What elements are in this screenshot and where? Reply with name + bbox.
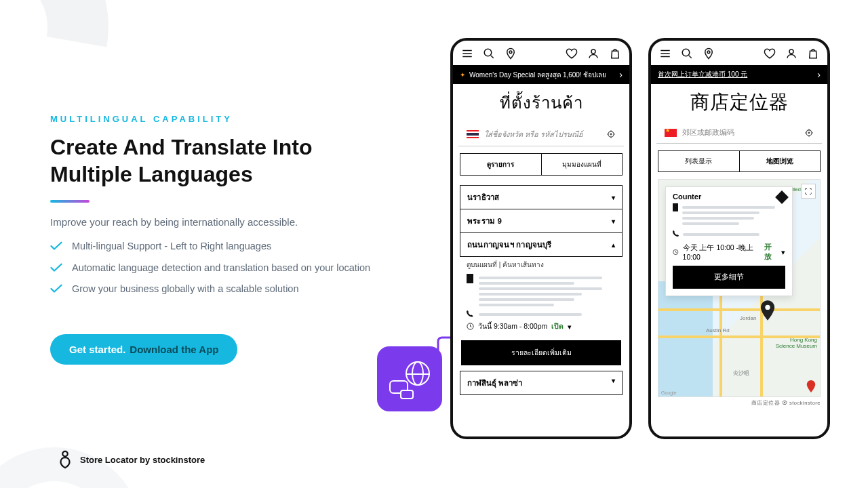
check-icon — [50, 263, 62, 272]
chevron-down-icon[interactable]: ▾ — [568, 323, 572, 331]
promo-bar[interactable]: ✦ Women's Day Special ลดสูงสุด 1,600! ช้… — [453, 65, 629, 84]
page-title: ที่ตั้งร้านค้า — [453, 84, 629, 123]
map-label: Austin Rd — [706, 327, 730, 333]
store-row[interactable]: ถนนกาญจนฯ กาญจนบุรี▴ — [460, 233, 623, 257]
promo-bar[interactable]: 首次网上订单立减港币 100 元 › — [651, 65, 827, 84]
location-icon[interactable] — [505, 47, 517, 60]
svg-rect-7 — [467, 274, 473, 283]
store-hours: 今天 上午 10:00 -晚上 10:00 开放 ▾ — [673, 239, 785, 264]
svg-point-10 — [707, 51, 710, 54]
chevron-right-icon: › — [817, 69, 821, 80]
clock-icon — [673, 249, 679, 256]
page-title: 商店定位器 — [651, 84, 827, 122]
menu-icon[interactable] — [659, 47, 671, 60]
chevron-down-icon: ▾ — [612, 218, 615, 225]
svg-point-6 — [610, 134, 612, 135]
svg-point-2 — [484, 49, 492, 56]
cta-bold: Get started. — [69, 344, 125, 355]
search-input[interactable]: 郊区或邮政编码 — [656, 122, 822, 144]
chevron-up-icon: ▴ — [612, 241, 615, 249]
bullet-item: Multi-lingual Support - Left to Right la… — [50, 240, 389, 253]
svg-point-13 — [808, 132, 810, 134]
search-placeholder: ใส่ชื่อจังหวัด หรือ รหัสไปรษณีย์ — [484, 128, 601, 140]
clock-icon — [467, 323, 474, 330]
map-pin-icon[interactable] — [806, 380, 816, 392]
location-icon[interactable] — [703, 47, 715, 60]
phone-thai: ✦ Women's Day Special ลดสูงสุด 1,600! ช้… — [450, 38, 632, 439]
fullscreen-icon[interactable]: ⛶ — [801, 184, 816, 199]
phone-chinese: 首次网上订单立减港币 100 元 › 商店定位器 郊区或邮政编码 列表显示 地图… — [648, 38, 830, 439]
bullet-text: Multi-lingual Support - Left to Right la… — [72, 240, 271, 253]
headline: Create And Translate Into Multiple Langu… — [50, 134, 389, 188]
chevron-down-icon[interactable]: ▾ — [781, 248, 785, 256]
card-title: Counter — [673, 192, 785, 201]
account-icon[interactable] — [587, 47, 599, 60]
store-row[interactable]: นราธิวาส▾ — [460, 185, 623, 209]
globe-badge — [377, 346, 442, 411]
building-icon — [467, 274, 473, 283]
cta-button[interactable]: Get started. Download the App — [50, 334, 237, 365]
map-view[interactable]: FERRY POINT Kowloon Walled City... Austi… — [658, 179, 821, 397]
svg-point-0 — [62, 451, 67, 456]
menu-icon[interactable] — [461, 47, 473, 60]
logo-icon — [58, 450, 72, 469]
account-icon[interactable] — [785, 47, 797, 60]
bag-icon[interactable] — [807, 47, 819, 60]
search-input[interactable]: ใส่ชื่อจังหวัด หรือ รหัสไปรษณีย์ — [458, 123, 624, 146]
locate-icon[interactable] — [606, 129, 616, 139]
tab-list[interactable]: ดูรายการ — [460, 153, 542, 176]
svg-rect-15 — [673, 203, 678, 211]
map-label: 尖沙咀 — [733, 369, 749, 377]
check-icon — [50, 284, 62, 293]
bullet-text: Automatic language detection and transla… — [72, 262, 370, 275]
bullet-item: Automatic language detection and transla… — [50, 262, 389, 275]
eyebrow: MULTILINGUAL CAPABILITY — [50, 114, 389, 124]
flag-th-icon — [467, 130, 479, 138]
cta-rest: Download the App — [130, 344, 218, 355]
search-placeholder: 郊区或邮政编码 — [682, 127, 799, 138]
map-label: Jordan — [740, 315, 756, 321]
svg-point-9 — [682, 49, 690, 56]
svg-point-11 — [789, 49, 793, 54]
chat-icon — [400, 390, 414, 399]
store-name: กาฬสินธุ์ พลาซ่า — [467, 377, 522, 389]
tab-list[interactable]: 列表显示 — [658, 150, 740, 172]
building-icon — [673, 203, 678, 211]
store-card: Counter 今天 上午 10:00 -晚上 10:00 — [665, 186, 793, 296]
heart-icon[interactable] — [566, 47, 578, 60]
promo-text: Women's Day Special ลดสูงสุด 1,600! ช้อป… — [469, 70, 606, 80]
svg-point-14 — [765, 305, 770, 310]
details-button[interactable]: รายละเอียดเพิ่มเติม — [461, 340, 621, 365]
search-icon[interactable] — [483, 47, 495, 60]
details-button[interactable]: 更多细节 — [673, 266, 785, 289]
promo-text: 首次网上订单立减港币 100 元 — [658, 70, 747, 79]
phone-icon — [673, 230, 679, 237]
search-icon[interactable] — [681, 47, 693, 60]
locate-icon[interactable] — [804, 128, 814, 138]
hours-text: 今天 上午 10:00 -晚上 10:00 — [683, 243, 761, 261]
store-row[interactable]: พระราม 9▾ — [460, 209, 623, 233]
tab-map[interactable]: 地图浏览 — [740, 150, 821, 172]
heart-icon[interactable] — [764, 47, 776, 60]
brand-text: Store Locator by stockinstore — [80, 455, 205, 465]
lead-text: Improve your reach by being internationa… — [50, 216, 389, 228]
globe-icon — [406, 361, 430, 386]
map-pin-icon[interactable] — [760, 300, 775, 321]
store-name: ถนนกาญจนฯ กาญจนบุรี — [467, 239, 552, 251]
store-name: พระราม 9 — [467, 215, 502, 227]
store-name: นราธิวาส — [467, 191, 499, 203]
brand-mark: Store Locator by stockinstore — [58, 450, 205, 469]
open-badge: 开放 — [764, 243, 777, 262]
store-hours: วันนี้ 9:30am - 8:00pm เปิด ▾ — [453, 319, 629, 336]
map-provider-label: Google — [661, 390, 677, 395]
store-actions[interactable]: ดูบนแผนที่ | ค้นหาเส้นทาง — [460, 257, 623, 271]
check-icon — [50, 241, 62, 251]
bag-icon[interactable] — [609, 47, 621, 60]
store-row[interactable]: กาฬสินธุ์ พลาซ่า▾ — [460, 371, 623, 395]
chevron-right-icon: › — [619, 69, 623, 80]
bullet-item: Grow your business globally with a scala… — [50, 283, 389, 296]
phone-icon — [467, 310, 473, 319]
open-badge: เปิด — [551, 321, 564, 332]
tab-map[interactable]: มุมมองแผนที่ — [542, 153, 623, 176]
flag-cn-icon — [665, 129, 677, 137]
